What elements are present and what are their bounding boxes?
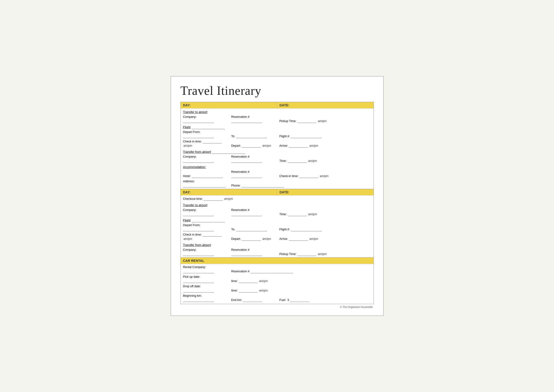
day1-to-field[interactable] bbox=[236, 135, 267, 138]
day2-checkin-label: Check in time: bbox=[183, 233, 202, 236]
day2-ta-time-field[interactable] bbox=[288, 213, 307, 216]
page: Travel Itinerary DAY: DATE: Transfer to … bbox=[171, 76, 384, 316]
day1-day-cell: DAY: bbox=[181, 102, 277, 109]
rental-company-label: Rental Company: bbox=[183, 266, 206, 269]
car-reservation-label: Reservation # bbox=[231, 270, 249, 273]
day1-tf-company-label: Company: bbox=[183, 155, 197, 158]
day1-pickup-time-label: Pickup Time: bbox=[279, 119, 297, 123]
day2-ta-company-field[interactable] bbox=[183, 213, 214, 216]
day1-depart-from-label: Depart From: bbox=[183, 130, 201, 134]
day2-tf-pickup-label: Pickup Time: bbox=[279, 252, 297, 256]
day2-day-cell: DAY: bbox=[181, 189, 277, 196]
car-rental-row4: Beginning km: End km: Fuel: $ bbox=[181, 293, 374, 304]
day1-arrive-field[interactable] bbox=[289, 144, 308, 148]
day2-to-field[interactable] bbox=[236, 228, 267, 231]
day1-arrive-ampm: am/pm bbox=[310, 144, 318, 147]
day2-day-label: DAY: bbox=[183, 190, 191, 194]
day2-flight-num-field[interactable] bbox=[291, 228, 322, 231]
day2-checkout-ampm: am/pm bbox=[224, 197, 233, 201]
rental-company-field[interactable] bbox=[183, 270, 214, 273]
day2-ta-reservation-field[interactable] bbox=[231, 213, 262, 216]
day2-depart-label: Depart: bbox=[231, 237, 241, 241]
car-time-field2[interactable] bbox=[239, 289, 258, 293]
day2-tf-reservation-field[interactable] bbox=[231, 253, 262, 256]
pickup-date-field[interactable] bbox=[183, 280, 214, 283]
car-rental-header-row: CAR RENTAL bbox=[181, 258, 374, 264]
day1-transfer-from-heading-row: Transfer from airport bbox=[181, 148, 374, 154]
day1-company-label: Company: bbox=[183, 115, 197, 119]
day1-reservation-field[interactable] bbox=[231, 120, 262, 123]
day1-acc-reservation-field[interactable] bbox=[231, 175, 262, 178]
day1-transfer-to-airport-heading-row: Transfer to airport bbox=[181, 109, 374, 114]
day1-tf-company-field[interactable] bbox=[183, 160, 214, 163]
day1-company-field[interactable] bbox=[183, 120, 214, 123]
day2-arrive-field[interactable] bbox=[289, 238, 308, 241]
day2-depart-from-field[interactable] bbox=[183, 228, 214, 231]
itinerary-table: DAY: DATE: Transfer to airport Company: bbox=[180, 102, 374, 304]
day2-tf-reservation-label: Reservation # bbox=[231, 248, 249, 252]
day1-phone-field[interactable] bbox=[242, 184, 284, 188]
day1-hotel-field[interactable] bbox=[192, 175, 223, 178]
day2-depart-ampm: am/pm bbox=[263, 237, 271, 241]
day1-accommodation-heading: Accommodation: bbox=[183, 165, 206, 169]
car-rental-row1: Rental Company: Reservation # bbox=[181, 264, 374, 274]
day2-ta-company-label: Company: bbox=[183, 208, 197, 212]
day1-depart-field[interactable] bbox=[242, 144, 261, 148]
day2-flight-field[interactable] bbox=[192, 219, 225, 222]
end-km-label: End km: bbox=[231, 298, 242, 302]
fuel-label: Fuel: bbox=[279, 298, 286, 302]
day1-checkin-time-ampm: am/pm bbox=[320, 175, 329, 178]
car-rental-row3: Drop off date: time: am/pm bbox=[181, 283, 374, 293]
car-reservation-field[interactable] bbox=[251, 270, 293, 273]
day1-flight-heading: Flight bbox=[183, 125, 191, 129]
car-time-label1: time: bbox=[231, 280, 238, 283]
day1-depart-ampm: am/pm bbox=[263, 144, 271, 147]
day2-flight-heading-row: Flight bbox=[181, 217, 374, 222]
day1-checkin-field[interactable] bbox=[203, 140, 222, 143]
beginning-km-label: Beginning km: bbox=[183, 294, 202, 297]
day2-tf-company-label: Company: bbox=[183, 248, 197, 252]
day2-flight-num-label: Flight #: bbox=[279, 228, 290, 231]
day1-transfer-to-airport-details-row: Company: Reservation # Pickup Time: am/p… bbox=[181, 114, 374, 124]
dropoff-date-field[interactable] bbox=[183, 289, 214, 293]
day2-tf-pickup-field[interactable] bbox=[298, 253, 316, 256]
day2-tf-ampm: am/pm bbox=[318, 252, 327, 256]
day1-flight-details-row2: Check in time: am/pm Depart: am/pm Arriv… bbox=[181, 139, 374, 148]
day1-tf-time-label: Time: bbox=[279, 159, 287, 163]
day1-address-field[interactable] bbox=[183, 184, 226, 188]
day1-accommodation-row1: Hotel: Reservation # Check-in time: am/p… bbox=[181, 169, 374, 178]
car-rental-heading: CAR RENTAL bbox=[183, 259, 204, 263]
day2-ta-reservation-label: Reservation # bbox=[231, 208, 249, 212]
beginning-km-field[interactable] bbox=[183, 299, 214, 302]
day1-transfer-from-heading: Transfer from airport bbox=[183, 150, 211, 154]
day1-depart-from-field[interactable] bbox=[183, 135, 214, 138]
dollar-sign: $ bbox=[288, 298, 289, 302]
car-rental-row2: Pick up date: time: am/pm bbox=[181, 274, 374, 283]
day2-tf-company-field[interactable] bbox=[183, 253, 214, 256]
day1-to-label: To: bbox=[231, 135, 235, 138]
pickup-date-label: Pick up date: bbox=[183, 275, 200, 279]
copyright: © The Organised Housewife bbox=[180, 304, 374, 308]
day1-flight-field[interactable] bbox=[192, 126, 225, 129]
day1-date-cell: DATE: bbox=[277, 102, 374, 109]
day1-checkin-time-field[interactable] bbox=[299, 175, 318, 178]
car-time-field1[interactable] bbox=[239, 280, 258, 283]
day1-tf-reservation-label: Reservation # bbox=[231, 155, 249, 158]
day1-arrive-label: Arrive: bbox=[279, 144, 288, 147]
day2-arrive-ampm: am/pm bbox=[310, 237, 318, 241]
day2-transfer-from-details: Company: Reservation # Pickup Time: am/p… bbox=[181, 247, 374, 258]
day1-tf-reservation-field[interactable] bbox=[231, 160, 262, 163]
day1-pickup-time-field[interactable] bbox=[298, 120, 316, 123]
day2-checkin-field[interactable] bbox=[203, 233, 222, 237]
day1-hotel-label: Hotel: bbox=[183, 175, 191, 178]
day2-depart-field[interactable] bbox=[242, 238, 261, 241]
fuel-field[interactable] bbox=[290, 299, 309, 302]
day2-checkout-field[interactable] bbox=[204, 197, 223, 201]
end-km-field[interactable] bbox=[243, 299, 262, 302]
day1-accommodation-heading-row: Accommodation: bbox=[181, 163, 374, 169]
day1-transfer-from-field[interactable] bbox=[212, 150, 245, 154]
day1-reservation-label: Reservation # bbox=[231, 115, 249, 119]
day2-transfer-to-airport-heading: Transfer to airport bbox=[183, 203, 208, 207]
day1-tf-time-field[interactable] bbox=[288, 160, 307, 163]
day1-flight-num-field[interactable] bbox=[291, 135, 322, 138]
